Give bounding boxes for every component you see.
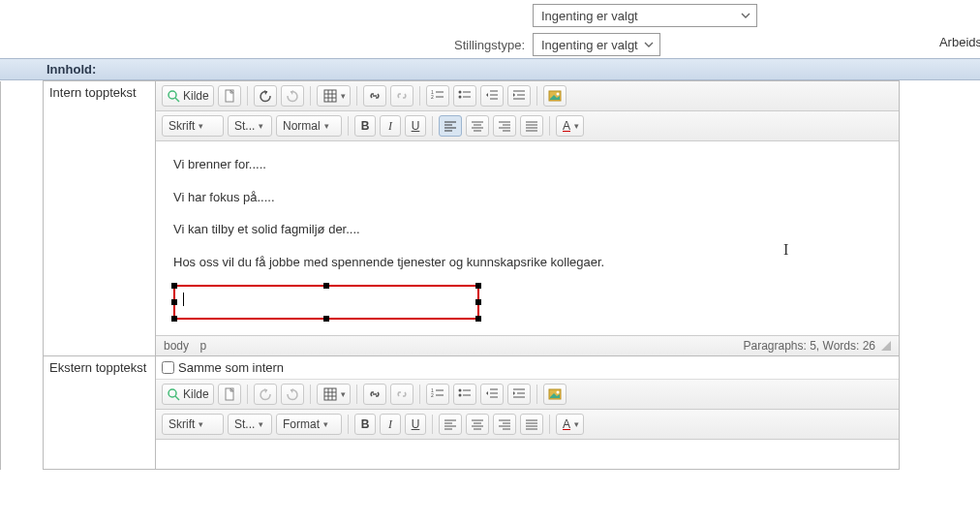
resize-handle[interactable] [323, 316, 329, 322]
indent-button[interactable] [507, 384, 531, 405]
source-button[interactable]: Kilde [162, 384, 214, 405]
resize-handle[interactable] [171, 283, 177, 289]
italic-button[interactable]: I [380, 414, 401, 435]
editor-toolbar-2: Skrift▾ St...▾ Normal▾ B I U [156, 111, 899, 141]
resize-handle[interactable] [171, 316, 177, 322]
resize-handle[interactable] [475, 283, 481, 289]
align-right-button[interactable] [493, 115, 516, 137]
arbeidsomrade-value: Ingenting er valgt [541, 9, 638, 23]
arbeidsomrade-select[interactable]: Ingenting er valgt [533, 4, 757, 27]
format-combo[interactable]: Format▾ [276, 414, 342, 435]
italic-button[interactable]: I [380, 115, 401, 137]
svg-point-0 [168, 91, 176, 99]
indent-button[interactable] [507, 85, 531, 107]
svg-rect-43 [324, 388, 336, 400]
bullet-list-button[interactable] [453, 384, 476, 405]
format-combo[interactable]: Normal▾ [276, 115, 342, 137]
editor-toolbar-2: Skrift▾ St...▾ Format▾ B I U [156, 410, 899, 440]
svg-text:2: 2 [431, 392, 434, 398]
undo-button[interactable] [254, 85, 277, 107]
image-button[interactable] [543, 85, 567, 107]
numbered-list-button[interactable]: 12 [426, 85, 449, 107]
align-justify-button[interactable] [520, 115, 543, 137]
editor-paragraph: Vi kan tilby et solid fagmiljø der.... [173, 220, 881, 239]
editor-paragraph: Vi brenner for..... [173, 155, 881, 174]
svg-point-23 [556, 93, 559, 96]
resize-grip-icon[interactable] [881, 341, 891, 351]
unlink-button[interactable] [390, 384, 413, 405]
svg-rect-3 [324, 90, 336, 102]
size-combo[interactable]: St...▾ [228, 115, 272, 137]
image-button[interactable] [543, 384, 567, 405]
svg-point-40 [168, 389, 176, 397]
undo-button[interactable] [254, 384, 277, 405]
bold-button[interactable]: B [354, 115, 376, 137]
same-as-internal-label: Samme som intern [178, 360, 284, 375]
editor-paragraph: Vi har fokus på..... [173, 188, 881, 207]
section-innhold-header: Innhold: [0, 58, 980, 80]
text-color-button[interactable]: A▾ [556, 115, 584, 137]
font-combo[interactable]: Skrift▾ [162, 414, 224, 435]
svg-point-53 [458, 394, 461, 397]
numbered-list-button[interactable]: 12 [426, 384, 449, 405]
source-button[interactable]: Kilde [162, 85, 214, 107]
resize-handle[interactable] [475, 316, 481, 322]
unlink-button[interactable] [390, 85, 413, 107]
redo-button[interactable] [281, 384, 304, 405]
stillingstype-value: Ingenting er valgt [541, 38, 638, 52]
table-button[interactable]: ▾ [317, 384, 351, 405]
underline-button[interactable]: U [405, 115, 426, 137]
align-center-button[interactable] [466, 115, 489, 137]
size-combo[interactable]: St...▾ [228, 414, 272, 435]
intern-topptekst-label: Intern topptekst [44, 81, 156, 356]
chevron-down-icon [741, 11, 750, 20]
ekstern-editor: Kilde [156, 380, 899, 469]
editor-toolbar-1: Kilde [156, 380, 899, 410]
bold-button[interactable]: B [354, 414, 376, 435]
resize-handle[interactable] [171, 299, 177, 305]
text-caret [183, 293, 184, 306]
editor-content-area[interactable] [156, 440, 899, 469]
svg-point-63 [556, 391, 559, 394]
svg-line-41 [175, 396, 179, 400]
path-p[interactable]: p [199, 339, 206, 353]
editor-toolbar-1: Kilde [156, 81, 899, 111]
arbeids-cutoff-label: Arbeids [939, 35, 980, 49]
resize-handle[interactable] [323, 283, 329, 289]
word-count: Paragraphs: 5, Words: 26 [743, 339, 875, 353]
resize-handle[interactable] [475, 299, 481, 305]
align-left-button[interactable] [439, 115, 462, 137]
chevron-down-icon [644, 40, 654, 49]
new-page-button[interactable] [218, 85, 241, 107]
svg-point-13 [458, 96, 461, 99]
intern-editor: Kilde [156, 81, 899, 355]
same-as-internal-checkbox[interactable] [162, 361, 174, 374]
link-button[interactable] [363, 384, 386, 405]
svg-text:2: 2 [431, 94, 434, 100]
stillingstype-select[interactable]: Ingenting er valgt [533, 33, 660, 56]
underline-button[interactable]: U [405, 414, 426, 435]
font-combo[interactable]: Skrift▾ [162, 115, 224, 137]
align-right-button[interactable] [493, 414, 516, 435]
svg-point-12 [458, 91, 461, 94]
editor-status-bar: body p Paragraphs: 5, Words: 26 [156, 335, 899, 355]
text-color-button[interactable]: A▾ [556, 414, 584, 435]
bullet-list-button[interactable] [453, 85, 476, 107]
outdent-button[interactable] [480, 384, 504, 405]
redo-button[interactable] [281, 85, 304, 107]
align-center-button[interactable] [466, 414, 489, 435]
new-page-button[interactable] [218, 384, 241, 405]
selected-element-box[interactable] [173, 285, 479, 320]
outdent-button[interactable] [480, 85, 504, 107]
top-filter-area: Arbeidsområde: Ingenting er valgt Stilli… [0, 0, 980, 58]
align-left-button[interactable] [439, 414, 462, 435]
ekstern-topptekst-label: Ekstern topptekst [44, 356, 156, 470]
svg-point-52 [458, 389, 461, 392]
path-body[interactable]: body [164, 339, 189, 353]
table-button[interactable]: ▾ [317, 85, 351, 107]
editor-content-area[interactable]: Vi brenner for..... Vi har fokus på.....… [156, 141, 899, 335]
svg-line-1 [175, 98, 179, 102]
link-button[interactable] [363, 85, 386, 107]
editor-paragraph: Hos oss vil du få jobbe med spennende tj… [173, 253, 881, 272]
align-justify-button[interactable] [520, 414, 543, 435]
